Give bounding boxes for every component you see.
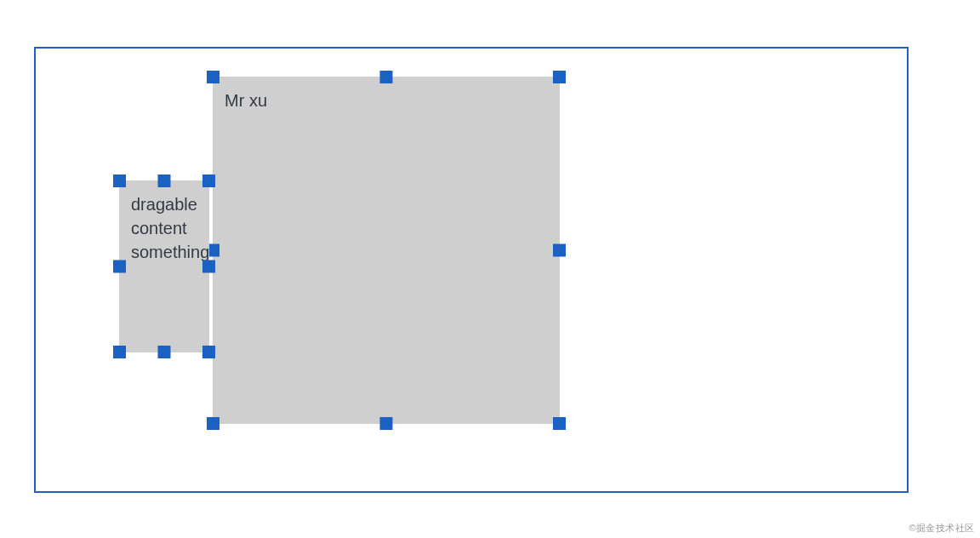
box-label: Mr xu	[225, 89, 267, 112]
resize-handle-s[interactable]	[158, 346, 171, 358]
resize-handle-n[interactable]	[380, 71, 393, 83]
resize-handle-e[interactable]	[553, 244, 566, 257]
resize-handle-n[interactable]	[158, 175, 171, 187]
resize-handle-ne[interactable]	[553, 71, 566, 83]
resize-handle-sw[interactable]	[113, 346, 126, 358]
selectable-box-dragable[interactable]: dragable content something	[119, 180, 209, 352]
selectable-box-mr-xu[interactable]: Mr xu	[213, 77, 560, 424]
resize-handle-e[interactable]	[202, 260, 215, 273]
resize-handle-s[interactable]	[380, 417, 393, 430]
canvas-frame[interactable]: Mr xu dragable content something	[34, 47, 909, 493]
resize-handle-se[interactable]	[202, 346, 215, 358]
box-label: dragable content something	[131, 192, 209, 264]
resize-handle-ne[interactable]	[202, 175, 215, 187]
watermark-text: ©掘金技术社区	[909, 522, 975, 535]
resize-handle-nw[interactable]	[113, 175, 126, 187]
resize-handle-sw[interactable]	[207, 417, 219, 430]
resize-handle-w[interactable]	[113, 260, 126, 273]
resize-handle-nw[interactable]	[207, 71, 219, 83]
resize-handle-se[interactable]	[553, 417, 566, 430]
